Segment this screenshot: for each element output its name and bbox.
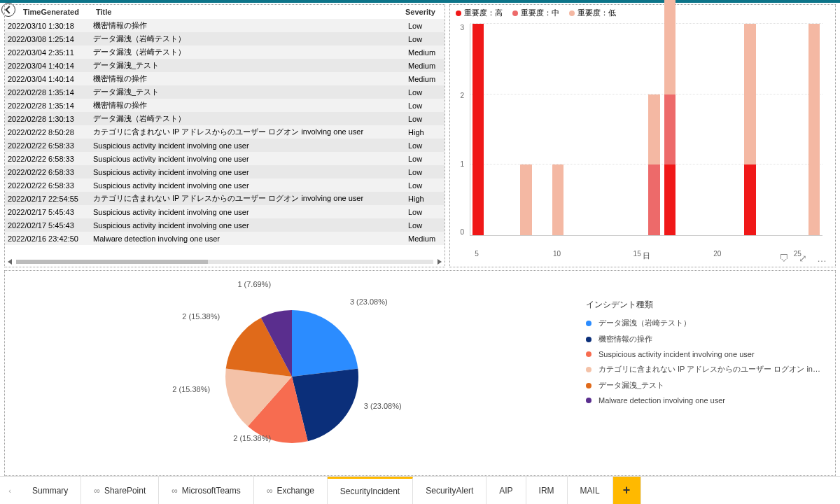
tab-irm[interactable]: IRM bbox=[526, 477, 568, 504]
bar[interactable] bbox=[776, 24, 788, 235]
bar[interactable] bbox=[488, 24, 500, 235]
table-row[interactable]: 2022/02/17 5:45:43 Suspicious activity i… bbox=[5, 218, 444, 232]
scroll-track[interactable] bbox=[16, 260, 433, 264]
table-row[interactable]: 2022/03/08 1:25:14 データ漏洩（岩崎テスト） Low bbox=[5, 32, 444, 46]
pie-slice-label: 1 (7.69%) bbox=[237, 280, 271, 288]
table-row[interactable]: 2022/02/17 5:45:43 Suspicious activity i… bbox=[5, 205, 444, 218]
pie-legend-item[interactable]: Suspicious activity incident involving o… bbox=[586, 350, 828, 358]
bar[interactable] bbox=[472, 24, 484, 235]
col-header-title[interactable]: Title bbox=[93, 6, 402, 18]
cell-title: 機密情報の操作 bbox=[90, 72, 405, 85]
bar[interactable] bbox=[696, 24, 708, 235]
table-row[interactable]: 2022/03/10 1:30:18 機密情報の操作 Low bbox=[5, 19, 444, 32]
pie-slice-label: 3 (23.08%) bbox=[364, 402, 402, 410]
scroll-thumb[interactable] bbox=[16, 260, 208, 264]
filter-icon[interactable]: ⛉ bbox=[779, 253, 789, 264]
tab-mail[interactable]: MAIL bbox=[568, 477, 613, 504]
table-row[interactable]: 2022/02/22 6:58:33 Suspicious activity i… bbox=[5, 178, 444, 192]
cell-severity: High bbox=[405, 193, 444, 204]
table-row[interactable]: 2022/02/28 1:30:13 データ漏洩（岩崎テスト） Low bbox=[5, 112, 444, 125]
cell-severity: Low bbox=[405, 34, 444, 45]
bar[interactable] bbox=[584, 24, 596, 235]
bar[interactable] bbox=[504, 24, 516, 235]
bar-segment bbox=[664, 164, 676, 235]
pie-slice-label: 2 (15.38%) bbox=[233, 434, 271, 442]
link-icon: ∞ bbox=[94, 486, 100, 496]
bar[interactable] bbox=[664, 24, 676, 235]
bar[interactable] bbox=[792, 24, 804, 235]
bar[interactable] bbox=[744, 24, 756, 235]
table-row[interactable]: 2022/02/28 1:35:14 データ漏洩_テスト Low bbox=[5, 85, 444, 99]
pie-legend-item[interactable]: カテゴリに含まれない IP アドレスからのユーザー ログオン in… bbox=[586, 364, 828, 374]
cell-time: 2022/03/04 1:40:14 bbox=[5, 60, 90, 71]
tab-label: Summary bbox=[32, 486, 68, 496]
col-header-severity[interactable]: Severity bbox=[402, 6, 442, 18]
bar[interactable] bbox=[552, 24, 564, 235]
pie-slice-label: 2 (15.38%) bbox=[172, 385, 210, 393]
bar[interactable] bbox=[760, 24, 772, 235]
cell-title: Suspicious activity incident involving o… bbox=[90, 140, 405, 151]
bar[interactable] bbox=[712, 24, 724, 235]
add-page-button[interactable]: + bbox=[613, 477, 641, 504]
cell-time: 2022/02/17 22:54:55 bbox=[5, 193, 90, 204]
tab-aip[interactable]: AIP bbox=[486, 477, 526, 504]
bar[interactable] bbox=[808, 24, 820, 235]
bar-segment bbox=[472, 24, 484, 235]
tab-sharepoint[interactable]: ∞SharePoint bbox=[81, 477, 159, 504]
table-row[interactable]: 2022/02/22 6:58:33 Suspicious activity i… bbox=[5, 139, 444, 152]
pie-legend-item[interactable]: データ漏洩_テスト bbox=[586, 380, 828, 391]
table-row[interactable]: 2022/02/22 6:58:33 Suspicious activity i… bbox=[5, 152, 444, 165]
bar[interactable] bbox=[728, 24, 740, 235]
pie-legend-item[interactable]: Malware detection involving one user bbox=[586, 396, 828, 405]
bar[interactable] bbox=[520, 24, 532, 235]
bar[interactable] bbox=[632, 24, 644, 235]
pie-slice-label: 3 (23.08%) bbox=[350, 298, 388, 306]
severity-bar-chart[interactable]: 重要度：高重要度：中重要度：低 3210 日 510152025 ⛉ ⤢ … bbox=[449, 4, 836, 267]
cell-title: Suspicious activity incident involving o… bbox=[90, 206, 405, 218]
legend-item[interactable]: 重要度：高 bbox=[456, 8, 503, 18]
tab-microsoftteams[interactable]: ∞MicrosoftTeams bbox=[159, 477, 254, 504]
tab-scroll-left-icon[interactable]: ‹ bbox=[0, 477, 20, 504]
table-row[interactable]: 2022/03/04 1:40:14 機密情報の操作 Medium bbox=[5, 72, 444, 85]
legend-item[interactable]: 重要度：低 bbox=[569, 8, 616, 18]
table-row[interactable]: 2022/02/17 22:54:55 カテゴリに含まれない IP アドレスから… bbox=[5, 192, 444, 205]
bar[interactable] bbox=[680, 24, 692, 235]
legend-dot-icon bbox=[586, 398, 592, 403]
table-row[interactable]: 2022/02/16 23:42:50 Malware detection in… bbox=[5, 232, 444, 245]
tab-securityincident[interactable]: SecurityIncident bbox=[328, 477, 413, 504]
table-row[interactable]: 2022/02/22 8:50:28 カテゴリに含まれない IP アドレスからの… bbox=[5, 125, 444, 139]
bar[interactable] bbox=[600, 24, 612, 235]
cell-title: カテゴリに含まれない IP アドレスからのユーザー ログオン involving… bbox=[90, 192, 405, 205]
tab-exchange[interactable]: ∞Exchange bbox=[254, 477, 328, 504]
table-row[interactable]: 2022/02/28 1:35:14 機密情報の操作 Low bbox=[5, 99, 444, 112]
bar[interactable] bbox=[648, 24, 660, 235]
tab-securityalert[interactable]: SecurityAlert bbox=[413, 477, 486, 504]
cell-time: 2022/03/10 1:30:18 bbox=[5, 20, 90, 31]
table-row[interactable]: 2022/03/04 2:35:11 データ漏洩（岩崎テスト） Medium bbox=[5, 46, 444, 59]
cell-time: 2022/03/08 1:25:14 bbox=[5, 34, 90, 45]
table-row[interactable]: 2022/03/04 1:40:14 データ漏洩_テスト Medium bbox=[5, 59, 444, 72]
cell-severity: Low bbox=[405, 113, 444, 125]
bar[interactable] bbox=[616, 24, 628, 235]
col-header-time[interactable]: TimeGenerated bbox=[8, 6, 93, 18]
legend-dot-icon bbox=[456, 10, 461, 16]
pie-legend-item[interactable]: データ漏洩（岩崎テスト） bbox=[586, 318, 828, 328]
horizontal-scrollbar[interactable] bbox=[5, 257, 444, 267]
more-options-icon[interactable]: … bbox=[817, 253, 827, 264]
legend-item[interactable]: 重要度：中 bbox=[512, 8, 559, 18]
cell-time: 2022/02/22 8:50:28 bbox=[5, 127, 90, 138]
incident-pie-visual[interactable]: 3 (23.08%)3 (23.08%)2 (15.38%)2 (15.38%)… bbox=[4, 270, 836, 476]
scroll-right-icon[interactable] bbox=[438, 259, 442, 265]
bar[interactable] bbox=[568, 24, 580, 235]
legend-dot-icon bbox=[586, 383, 592, 388]
pie-chart: 3 (23.08%)3 (23.08%)2 (15.38%)2 (15.38%)… bbox=[5, 271, 579, 475]
pie-legend-item[interactable]: 機密情報の操作 bbox=[586, 334, 828, 344]
bar[interactable] bbox=[536, 24, 548, 235]
pie-slice[interactable] bbox=[292, 310, 358, 377]
table-row[interactable]: 2022/02/22 6:58:33 Suspicious activity i… bbox=[5, 165, 444, 178]
link-icon: ∞ bbox=[172, 486, 178, 496]
tab-summary[interactable]: Summary bbox=[20, 477, 81, 504]
cell-severity: Low bbox=[405, 20, 444, 31]
scroll-left-icon[interactable] bbox=[8, 259, 12, 265]
tab-label: SecurityIncident bbox=[340, 486, 400, 496]
